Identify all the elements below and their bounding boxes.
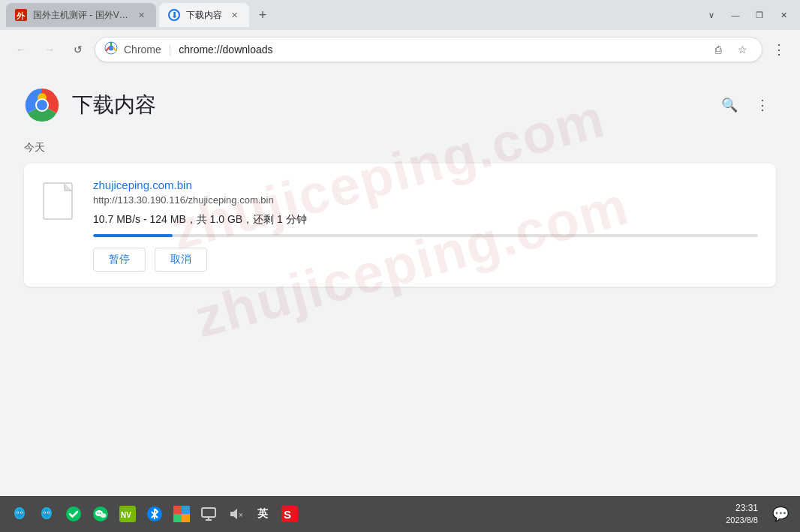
share-button[interactable]: ⎙ bbox=[708, 39, 729, 60]
address-bar-row: ← → ↺ Chrome | chrome://downloads ⎙ bbox=[0, 30, 800, 69]
svg-point-28 bbox=[100, 512, 101, 514]
forward-icon: → bbox=[44, 44, 55, 56]
browser-name-label: Chrome bbox=[124, 44, 161, 56]
svg-text:外: 外 bbox=[16, 11, 26, 20]
address-divider: | bbox=[169, 44, 175, 56]
bookmark-button[interactable]: ☆ bbox=[732, 39, 753, 60]
tab-2-active[interactable]: ⬇ 下载内容 ✕ bbox=[159, 3, 249, 27]
download-card: zhujiceping.com.bin http://113.30.190.11… bbox=[24, 164, 776, 287]
title-bar: 外 国外主机测评 - 国外VPS，国... ✕ ⬇ 下载内容 ✕ + ∨ — ❐… bbox=[0, 0, 800, 30]
header-actions: 🔍 ⋮ bbox=[716, 92, 776, 119]
cancel-button[interactable]: 取消 bbox=[155, 248, 207, 272]
minimize-button[interactable]: — bbox=[725, 5, 746, 26]
download-status: 10.7 MB/s - 124 MB，共 1.0 GB，还剩 1 分钟 bbox=[93, 213, 758, 227]
tab1-close-btn[interactable]: ✕ bbox=[135, 9, 147, 21]
svg-point-21 bbox=[44, 512, 45, 512]
svg-rect-36 bbox=[202, 508, 215, 517]
svg-point-27 bbox=[98, 512, 99, 514]
svg-rect-34 bbox=[173, 514, 182, 522]
taskbar-icon-wechat[interactable] bbox=[90, 503, 111, 524]
window-controls: ∨ — ❐ ✕ bbox=[701, 5, 794, 26]
svg-point-22 bbox=[48, 512, 49, 512]
file-icon bbox=[42, 179, 78, 228]
tab1-favicon: 外 bbox=[15, 9, 27, 21]
address-text: Chrome | chrome://downloads bbox=[124, 44, 702, 56]
bookmark-icon: ☆ bbox=[738, 44, 747, 56]
page-content: 下载内容 🔍 ⋮ 今天 zhujiceping.com.bin http://1… bbox=[0, 69, 800, 496]
pause-button[interactable]: 暂停 bbox=[93, 248, 146, 272]
download-filename[interactable]: zhujiceping.com.bin bbox=[93, 179, 758, 191]
chevron-button[interactable]: ∨ bbox=[701, 5, 722, 26]
url-text: chrome://downloads bbox=[179, 44, 272, 56]
browser-menu-button[interactable]: ⋮ bbox=[767, 38, 791, 62]
maximize-button[interactable]: ❐ bbox=[749, 5, 770, 26]
svg-point-16 bbox=[21, 512, 22, 512]
notification-icon: 💬 bbox=[772, 506, 789, 522]
share-icon: ⎙ bbox=[715, 44, 721, 56]
chrome-logo bbox=[24, 87, 60, 123]
taskbar-icon-volume[interactable]: × bbox=[225, 503, 246, 524]
tab1-title: 国外主机测评 - 国外VPS，国... bbox=[33, 9, 129, 22]
chrome-icon bbox=[104, 41, 118, 58]
taskbar-notification-button[interactable]: 💬 bbox=[770, 503, 791, 524]
download-info: zhujiceping.com.bin http://113.30.190.11… bbox=[93, 179, 758, 272]
taskbar-icon-nvidia[interactable]: NV bbox=[117, 503, 138, 524]
tab2-close-btn[interactable]: ✕ bbox=[228, 9, 240, 21]
address-actions: ⎙ ☆ bbox=[708, 39, 753, 60]
svg-rect-35 bbox=[182, 514, 190, 522]
svg-point-23 bbox=[66, 506, 81, 521]
download-url: http://113.30.190.116/zhujiceping.com.bi… bbox=[93, 194, 758, 206]
search-icon: 🔍 bbox=[721, 97, 738, 113]
new-tab-button[interactable]: + bbox=[252, 5, 273, 26]
svg-text:×: × bbox=[239, 511, 243, 519]
svg-text:NV: NV bbox=[121, 511, 131, 519]
progress-bar-fill bbox=[93, 234, 173, 237]
back-button[interactable]: ← bbox=[9, 38, 33, 62]
taskbar: NV × 英 S bbox=[0, 496, 800, 532]
svg-rect-32 bbox=[173, 506, 182, 514]
taskbar-icon-bluetooth[interactable] bbox=[144, 503, 165, 524]
page-menu-icon: ⋮ bbox=[756, 97, 769, 113]
reload-icon: ↺ bbox=[74, 44, 83, 56]
date-display: 2023/8/8 bbox=[726, 515, 758, 526]
close-button[interactable]: ✕ bbox=[773, 5, 794, 26]
svg-point-9 bbox=[37, 100, 47, 110]
svg-rect-33 bbox=[182, 506, 190, 514]
tab2-title: 下载内容 bbox=[186, 9, 222, 22]
taskbar-icon-color[interactable] bbox=[171, 503, 192, 524]
svg-point-26 bbox=[101, 513, 107, 518]
back-icon: ← bbox=[16, 44, 26, 56]
address-bar[interactable]: Chrome | chrome://downloads ⎙ ☆ bbox=[95, 37, 762, 62]
svg-text:S: S bbox=[284, 508, 291, 521]
forward-button[interactable]: → bbox=[38, 38, 62, 62]
taskbar-icon-green-check[interactable] bbox=[63, 503, 84, 524]
menu-dots-icon: ⋮ bbox=[772, 41, 786, 58]
time-display: 23:31 bbox=[726, 502, 758, 515]
page-header: 下载内容 🔍 ⋮ bbox=[24, 87, 776, 123]
section-today-label: 今天 bbox=[24, 141, 776, 155]
taskbar-icon-sogou[interactable]: S bbox=[279, 503, 300, 524]
taskbar-icon-qq2[interactable] bbox=[36, 503, 57, 524]
page-menu-button[interactable]: ⋮ bbox=[749, 92, 776, 119]
plus-icon: + bbox=[259, 8, 267, 23]
svg-text:⬇: ⬇ bbox=[171, 11, 178, 20]
taskbar-icon-language[interactable]: 英 bbox=[252, 503, 273, 524]
page-title: 下载内容 bbox=[72, 91, 716, 119]
progress-bar-container bbox=[93, 234, 758, 237]
tab-1[interactable]: 外 国外主机测评 - 国外VPS，国... ✕ bbox=[6, 3, 156, 27]
language-label: 英 bbox=[257, 507, 268, 521]
reload-button[interactable]: ↺ bbox=[66, 38, 90, 62]
download-actions: 暂停 取消 bbox=[93, 248, 758, 272]
taskbar-icon-display[interactable] bbox=[198, 503, 219, 524]
taskbar-clock: 23:31 2023/8/8 bbox=[726, 502, 758, 526]
svg-point-15 bbox=[17, 512, 18, 512]
taskbar-icon-qq1[interactable] bbox=[9, 503, 30, 524]
tab2-favicon: ⬇ bbox=[168, 9, 180, 21]
search-button[interactable]: 🔍 bbox=[716, 92, 743, 119]
